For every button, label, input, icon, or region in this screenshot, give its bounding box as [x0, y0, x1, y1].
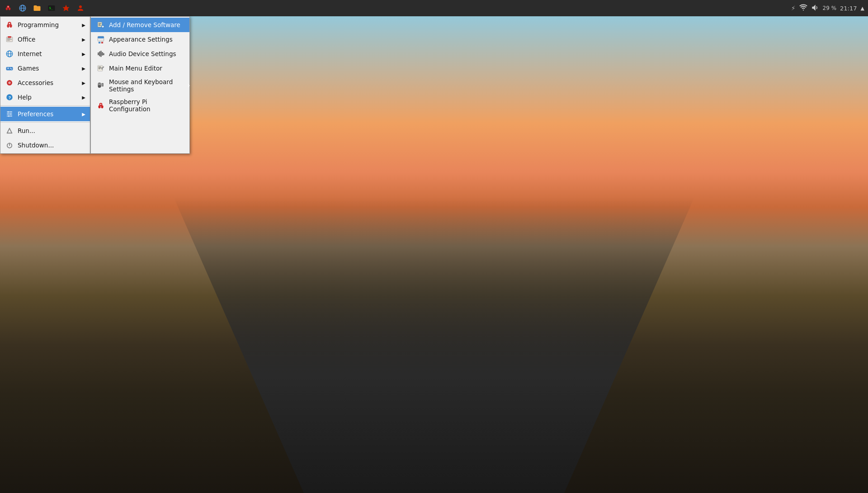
svg-rect-53 — [98, 36, 104, 38]
svg-rect-73 — [102, 85, 103, 86]
svg-point-31 — [9, 82, 10, 83]
office-arrow: ▶ — [82, 37, 85, 42]
preferences-arrow: ▶ — [82, 112, 85, 117]
office-icon — [5, 35, 14, 44]
svg-rect-69 — [99, 84, 100, 85]
programming-label: Programming — [18, 21, 78, 28]
main-menu: Programming ▶ Office ▶ — [0, 16, 90, 154]
svg-point-2 — [9, 8, 11, 10]
svg-rect-59 — [100, 51, 101, 57]
menu-container: Programming ▶ Office ▶ — [0, 16, 190, 154]
taskbar-left: $_ — [0, 2, 89, 14]
menu-item-preferences[interactable]: Preferences ▶ — [0, 107, 90, 121]
preferences-submenu: Add / Remove Software › Appearance Setti… — [90, 16, 190, 154]
svg-rect-48 — [99, 25, 101, 26]
help-icon: ? — [5, 93, 14, 102]
help-label: Help — [18, 94, 78, 101]
svg-text:?: ? — [8, 95, 11, 100]
up-arrow-icon[interactable]: ▲ — [861, 5, 864, 11]
svg-rect-61 — [103, 53, 104, 56]
accessories-icon — [5, 78, 14, 87]
help-arrow: ▶ — [82, 95, 85, 100]
svg-point-3 — [8, 6, 9, 7]
svg-rect-26 — [8, 68, 8, 69]
internet-arrow: ▶ — [82, 52, 85, 57]
submenu-main-menu-editor[interactable]: Main Menu Editor — [91, 61, 189, 76]
svg-rect-47 — [99, 24, 101, 25]
submenu-add-remove-software[interactable]: Add / Remove Software › — [91, 18, 189, 32]
svg-rect-58 — [99, 52, 100, 57]
menu-item-games[interactable]: Games ▶ — [0, 61, 90, 76]
svg-point-38 — [10, 113, 12, 115]
file-manager-button[interactable] — [31, 2, 43, 14]
menu-item-accessories[interactable]: Accessories ▶ — [0, 76, 90, 90]
svg-rect-17 — [7, 38, 11, 38]
taskbar: $_ ⚡ — [0, 0, 868, 16]
audio-icon — [96, 49, 105, 58]
svg-rect-20 — [8, 36, 11, 38]
menu-separator-2 — [0, 122, 90, 123]
svg-line-40 — [7, 128, 9, 133]
raspberry-config-icon — [96, 101, 105, 110]
accessories-arrow: ▶ — [82, 81, 85, 85]
menu-item-internet[interactable]: Internet ▶ — [0, 47, 90, 61]
svg-rect-65 — [99, 69, 101, 69]
svg-rect-19 — [7, 40, 10, 41]
games-arrow: ▶ — [82, 66, 85, 71]
submenu-raspberry-config[interactable]: Raspberry Pi Configuration — [91, 95, 189, 115]
road-graphic — [0, 197, 868, 493]
svg-point-13 — [7, 24, 9, 28]
menu-item-shutdown[interactable]: Shutdown... — [0, 138, 90, 152]
menu-item-programming[interactable]: Programming ▶ — [0, 18, 90, 32]
wifi-icon — [799, 4, 807, 13]
menu-editor-icon — [96, 64, 105, 73]
svg-point-76 — [101, 105, 103, 109]
menu-item-run[interactable]: Run... — [0, 123, 90, 138]
svg-point-77 — [100, 104, 102, 105]
shutdown-icon — [5, 141, 14, 150]
menu-separator-1 — [0, 105, 90, 106]
svg-rect-72 — [102, 85, 103, 85]
preferences-icon — [5, 109, 14, 119]
svg-point-15 — [9, 23, 10, 24]
submenu-mouse-keyboard[interactable]: Mouse and Keyboard Settings — [91, 76, 189, 95]
svg-rect-24 — [6, 67, 13, 71]
games-icon — [5, 64, 14, 73]
svg-line-41 — [9, 128, 12, 133]
menu-item-office[interactable]: Office ▶ — [0, 32, 90, 47]
svg-rect-46 — [99, 23, 101, 24]
bluetooth-icon: ⚡ — [791, 5, 796, 12]
raspberry-config-label: Raspberry Pi Configuration — [109, 98, 184, 113]
app1-button[interactable] — [60, 2, 72, 14]
svg-point-39 — [8, 115, 10, 117]
programming-arrow: ▶ — [82, 23, 85, 28]
games-label: Games — [18, 65, 78, 72]
raspberry-menu-button[interactable] — [2, 2, 14, 14]
svg-rect-57 — [98, 52, 99, 55]
internet-icon — [5, 49, 14, 58]
preferences-label: Preferences — [18, 110, 78, 118]
appearance-label: Appearance Settings — [109, 36, 173, 43]
run-icon — [5, 126, 14, 135]
svg-rect-63 — [99, 66, 101, 67]
menu-item-help[interactable]: ? Help ▶ — [0, 90, 90, 104]
taskbar-right: ⚡ 29 % 21:17 ▲ — [788, 4, 868, 13]
svg-point-27 — [10, 68, 11, 69]
main-menu-editor-label: Main Menu Editor — [109, 65, 162, 72]
terminal-button[interactable]: $_ — [45, 2, 58, 14]
svg-text:$_: $_ — [49, 6, 53, 10]
submenu-audio-device-settings[interactable]: Audio Device Settings — [91, 47, 189, 61]
svg-marker-9 — [63, 5, 70, 11]
mouse-keyboard-label: Mouse and Keyboard Settings — [109, 78, 184, 93]
internet-label: Internet — [18, 50, 78, 57]
browser-button[interactable] — [16, 2, 29, 14]
mouse-icon — [96, 81, 105, 90]
app2-button[interactable] — [74, 2, 87, 14]
accessories-label: Accessories — [18, 79, 78, 86]
shutdown-label: Shutdown... — [18, 142, 85, 149]
svg-rect-71 — [102, 84, 103, 85]
audio-label: Audio Device Settings — [109, 50, 176, 57]
office-label: Office — [18, 36, 78, 43]
volume-icon — [811, 4, 819, 13]
submenu-appearance-settings[interactable]: Appearance Settings — [91, 32, 189, 47]
